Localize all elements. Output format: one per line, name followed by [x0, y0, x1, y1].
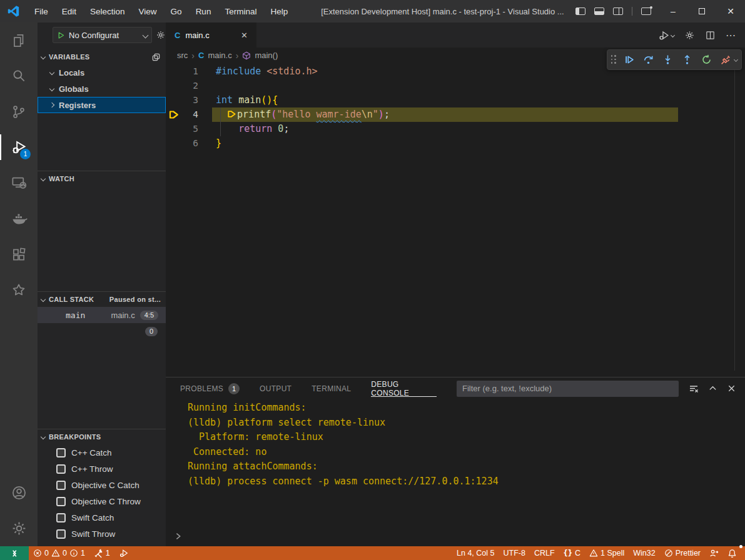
thread-row[interactable]: 0: [38, 323, 166, 339]
menu-item-view[interactable]: View: [132, 0, 164, 22]
token: \n: [362, 109, 373, 120]
menu-item-terminal[interactable]: Terminal: [218, 0, 263, 22]
breakpoint-row[interactable]: Objective C Throw: [38, 493, 166, 509]
more-actions-icon[interactable]: ⋯: [726, 29, 736, 41]
restart-button[interactable]: [698, 51, 715, 68]
code-line-3[interactable]: 3int main(){: [166, 93, 745, 108]
menu-item-edit[interactable]: Edit: [55, 0, 83, 22]
sidebar-item-source-control[interactable]: [0, 94, 38, 129]
breakpoint-row[interactable]: C++ Throw: [38, 461, 166, 477]
customize-layout-icon[interactable]: [641, 8, 651, 15]
menu-item-go[interactable]: Go: [164, 0, 189, 22]
formatter-status[interactable]: Prettier: [660, 546, 705, 560]
variables-header[interactable]: VARIABLES: [38, 49, 166, 64]
gear-icon[interactable]: [684, 30, 695, 41]
close-panel-button[interactable]: [724, 381, 739, 396]
thread-badge: 0: [145, 327, 158, 336]
language-mode[interactable]: {̇} C: [559, 546, 585, 560]
breakpoints-section: BREAKPOINTS C++ CatchC++ ThrowObjective …: [38, 429, 166, 546]
cursor-position[interactable]: Ln 4, Col 5: [452, 546, 499, 560]
accounts-button[interactable]: [0, 475, 38, 511]
toggle-secondary-sidebar-icon[interactable]: [613, 8, 623, 15]
checkbox-unchecked[interactable]: [56, 497, 66, 506]
configure-gear-icon[interactable]: [156, 30, 166, 40]
sidebar-item-explorer[interactable]: [0, 22, 38, 58]
launch-configuration-dropdown[interactable]: No Configurat: [53, 27, 152, 43]
disconnect-button[interactable]: [717, 51, 734, 68]
step-over-button[interactable]: [640, 51, 657, 68]
chevron-down-icon[interactable]: [734, 58, 738, 62]
spell-checker-status[interactable]: 1 Spell: [585, 546, 629, 560]
breakpoint-row[interactable]: C++ Catch: [38, 444, 166, 461]
breadcrumb-file[interactable]: main.c: [208, 51, 231, 60]
menu-item-file[interactable]: File: [28, 0, 55, 22]
code-line-5[interactable]: 5 return 0;: [166, 122, 745, 136]
sidebar-item-docker[interactable]: [0, 201, 38, 236]
toggle-sidebar-icon[interactable]: [575, 8, 585, 15]
menu-item-run[interactable]: Run: [189, 0, 218, 22]
close-button[interactable]: ✕: [716, 0, 745, 22]
code-line-6[interactable]: 6}: [166, 136, 745, 151]
clear-console-button[interactable]: [686, 381, 701, 396]
console-filter-input[interactable]: [457, 381, 679, 397]
checkbox-unchecked[interactable]: [56, 529, 66, 539]
breakpoint-row[interactable]: Swift Throw: [38, 526, 166, 542]
panel-tab-output[interactable]: OUTPUT: [260, 378, 291, 399]
tab-main-c[interactable]: C main.c ✕: [166, 22, 256, 48]
panel-tab-problems[interactable]: PROBLEMS1: [180, 378, 240, 399]
code-line-4[interactable]: 4 printf("hello wamr-ide\n");: [166, 108, 745, 122]
breakpoints-header[interactable]: BREAKPOINTS: [38, 429, 166, 444]
panel-tab-terminal[interactable]: TERMINAL: [312, 378, 351, 399]
step-into-button[interactable]: [659, 51, 676, 68]
menu-item-selection[interactable]: Selection: [83, 0, 132, 22]
code-line-2[interactable]: 2: [166, 79, 745, 93]
checkbox-unchecked[interactable]: [56, 464, 66, 474]
tasks-status[interactable]: 1: [89, 546, 114, 560]
checkbox-unchecked[interactable]: [56, 513, 66, 522]
clear-output-icon: [689, 384, 699, 394]
drag-gripper-icon[interactable]: [611, 55, 617, 64]
menu-item-help[interactable]: Help: [263, 0, 295, 22]
maximize-button[interactable]: [687, 0, 716, 22]
maximize-panel-button[interactable]: [705, 381, 720, 396]
checkbox-unchecked[interactable]: [56, 481, 66, 490]
checkbox-unchecked[interactable]: [56, 448, 66, 458]
settings-button[interactable]: [0, 511, 38, 546]
panel-tab-debug-console[interactable]: DEBUG CONSOLE: [371, 378, 437, 399]
platform-indicator[interactable]: Win32: [629, 546, 659, 560]
sidebar-item-star-extension[interactable]: [0, 272, 38, 308]
breadcrumb-symbol[interactable]: main(): [255, 51, 278, 60]
execution-pointer-icon[interactable]: [168, 110, 180, 119]
copy-icon[interactable]: [151, 52, 161, 62]
line-number: 6: [182, 136, 198, 151]
continue-button[interactable]: [621, 51, 637, 68]
tab-close-icon[interactable]: ✕: [238, 30, 250, 41]
step-out-button[interactable]: [679, 51, 696, 68]
encoding-indicator[interactable]: UTF-8: [499, 546, 529, 560]
stack-frame-row[interactable]: main main.c 4:5: [38, 307, 166, 323]
minimize-button[interactable]: –: [659, 0, 687, 22]
notifications-button[interactable]: [723, 546, 741, 560]
variables-item-registers[interactable]: Registers: [38, 97, 166, 113]
split-editor-icon[interactable]: [705, 30, 716, 41]
breakpoint-row[interactable]: Objective C Catch: [38, 477, 166, 493]
code-editor[interactable]: 1#include <stdio.h>23int main(){4 printf…: [166, 63, 745, 377]
variables-item-globals[interactable]: Globals: [38, 81, 166, 97]
variables-item-locals[interactable]: Locals: [38, 64, 166, 81]
console-input-prompt[interactable]: [174, 532, 183, 541]
call-stack-header[interactable]: CALL STACK Paused on st...: [38, 292, 166, 307]
watch-header[interactable]: WATCH: [38, 171, 166, 186]
run-or-debug-button[interactable]: [658, 29, 674, 41]
eol-indicator[interactable]: CRLF: [530, 546, 559, 560]
feedback-button[interactable]: [705, 546, 723, 560]
sidebar-item-remote-explorer[interactable]: [0, 165, 38, 201]
sidebar-item-run-and-debug[interactable]: 1: [0, 129, 38, 165]
breakpoint-row[interactable]: Swift Catch: [38, 509, 166, 526]
toggle-panel-icon[interactable]: [594, 8, 604, 15]
remote-indicator[interactable]: [0, 546, 29, 560]
debug-status[interactable]: [114, 546, 133, 560]
sidebar-item-search[interactable]: [0, 58, 38, 94]
problems-status[interactable]: 0 0 1: [29, 546, 89, 560]
breadcrumb-src[interactable]: src: [177, 51, 188, 60]
sidebar-item-extensions[interactable]: [0, 236, 38, 272]
